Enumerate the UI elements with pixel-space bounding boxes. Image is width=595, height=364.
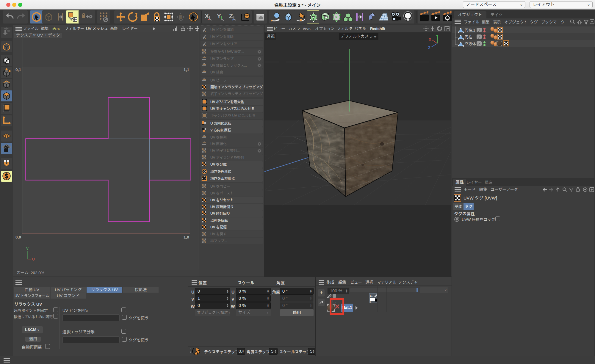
svg-text:U: U xyxy=(32,257,35,262)
svg-text:0,0: 0,0 xyxy=(15,234,21,240)
svg-text:Z: Z xyxy=(229,12,233,19)
svg-text:0,1: 0,1 xyxy=(15,67,21,73)
svg-text:X: X xyxy=(205,12,209,19)
svg-text:1,0: 1,0 xyxy=(184,234,189,240)
svg-text:V: V xyxy=(26,246,29,251)
svg-text:Y: Y xyxy=(217,12,221,19)
svg-text:1,1: 1,1 xyxy=(184,67,189,73)
svg-text:S: S xyxy=(4,173,8,179)
